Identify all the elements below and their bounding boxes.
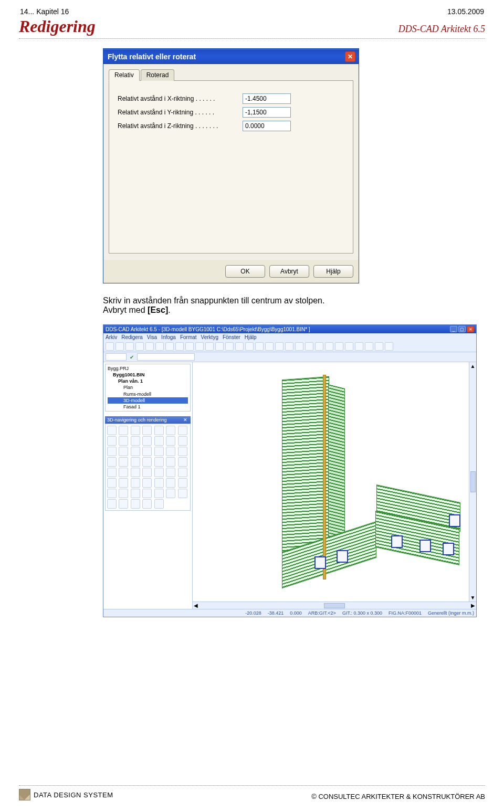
toolbar-icon[interactable]	[345, 342, 353, 351]
scroll-thumb[interactable]	[470, 471, 476, 492]
palette-icon[interactable]	[107, 457, 117, 467]
palette-icon[interactable]	[178, 489, 187, 498]
palette-icon[interactable]	[178, 426, 187, 435]
tree-root[interactable]: Bygg.PRJ	[108, 365, 188, 372]
toolbar-icon[interactable]	[215, 342, 224, 351]
toolbar-icon[interactable]	[235, 342, 244, 351]
toolbar-icon[interactable]	[225, 342, 234, 351]
toolbar-icon[interactable]	[165, 342, 174, 351]
minimize-icon[interactable]: _	[450, 326, 457, 332]
toolbar-icon[interactable]	[185, 342, 194, 351]
palette-icon[interactable]	[142, 478, 152, 488]
menu-redigera[interactable]: Redigera	[121, 334, 143, 340]
maximize-icon[interactable]: ▢	[458, 326, 466, 332]
toolbar-icon[interactable]	[265, 342, 274, 351]
tab-relativ[interactable]: Relativ	[109, 69, 140, 81]
palette-icon[interactable]	[131, 468, 140, 477]
palette-icon[interactable]	[107, 426, 117, 435]
palette-icon[interactable]	[154, 489, 164, 498]
help-button[interactable]: Hjälp	[313, 265, 353, 278]
toolbar-icon[interactable]	[205, 342, 214, 351]
menu-verktyg[interactable]: Verktyg	[201, 334, 218, 340]
tree-plan[interactable]: Plan	[108, 384, 188, 391]
palette-close-icon[interactable]: ✕	[183, 417, 188, 423]
palette-icon[interactable]	[142, 468, 152, 477]
toolbar-icon[interactable]	[245, 342, 254, 351]
tab-roterad[interactable]: Roterad	[141, 69, 175, 81]
toolbar-icon[interactable]	[275, 342, 284, 351]
palette-icon[interactable]	[119, 478, 128, 488]
toolbar-icon[interactable]	[385, 342, 393, 351]
palette-icon[interactable]	[107, 478, 117, 488]
toolbar-icon[interactable]	[315, 342, 323, 351]
palette-icon[interactable]	[119, 436, 128, 446]
palette-icon[interactable]	[142, 499, 152, 509]
scroll-thumb[interactable]	[324, 603, 345, 608]
cancel-button[interactable]: Avbryt	[269, 265, 309, 278]
toolbar-icon[interactable]	[195, 342, 204, 351]
close-window-icon[interactable]: ✕	[467, 326, 474, 332]
palette-icon[interactable]	[119, 489, 128, 498]
palette-icon[interactable]	[131, 457, 140, 467]
check-icon[interactable]: ✔	[130, 354, 134, 360]
palette-icon[interactable]	[131, 426, 140, 435]
menu-visa[interactable]: Visa	[147, 334, 157, 340]
palette-icon[interactable]	[166, 436, 175, 446]
toolbar-icon[interactable]	[325, 342, 333, 351]
toolbar-icon[interactable]	[145, 342, 154, 351]
palette-icon[interactable]	[166, 457, 175, 467]
palette-icon[interactable]	[119, 447, 128, 456]
tree-fasad[interactable]: Fasad 1	[108, 404, 188, 410]
menu-fonster[interactable]: Fönster	[223, 334, 240, 340]
palette-icon[interactable]	[154, 468, 164, 477]
palette-icon[interactable]	[142, 489, 152, 498]
palette-icon[interactable]	[119, 457, 128, 467]
palette-icon[interactable]	[166, 478, 175, 488]
palette-icon[interactable]	[119, 468, 128, 477]
palette-icon[interactable]	[107, 499, 117, 509]
scroll-right-icon[interactable]: ▶	[471, 603, 475, 608]
toolbar-icon[interactable]	[125, 342, 134, 351]
palette-icon[interactable]	[154, 457, 164, 467]
palette-icon[interactable]	[154, 499, 164, 509]
palette-icon[interactable]	[178, 478, 187, 488]
menu-format[interactable]: Format	[180, 334, 197, 340]
palette-icon[interactable]	[142, 447, 152, 456]
input-x-distance[interactable]	[243, 93, 291, 104]
viewport-scrollbar-v[interactable]: ▲ ▼	[469, 362, 476, 602]
palette-icon[interactable]	[178, 457, 187, 467]
close-icon[interactable]: ✕	[345, 51, 355, 62]
palette-icon[interactable]	[131, 436, 140, 446]
palette-icon[interactable]	[131, 489, 140, 498]
tree-rums[interactable]: Rums-modell	[108, 391, 188, 397]
palette-icon[interactable]	[178, 447, 187, 456]
toolbar-icon[interactable]	[285, 342, 293, 351]
viewport-scrollbar-h[interactable]: ◀ ▶	[193, 602, 476, 609]
toolbar-icon[interactable]	[295, 342, 303, 351]
palette-icon[interactable]	[107, 447, 117, 456]
palette-icon[interactable]	[178, 468, 187, 477]
palette-icon[interactable]	[107, 489, 117, 498]
palette-icon[interactable]	[154, 478, 164, 488]
toolbar-icon[interactable]	[255, 342, 264, 351]
toolbar-icon[interactable]	[335, 342, 343, 351]
palette-icon[interactable]	[131, 447, 140, 456]
toolbar-icon[interactable]	[355, 342, 363, 351]
menu-arkiv[interactable]: Arkiv	[106, 334, 117, 340]
scroll-down-icon[interactable]: ▼	[470, 595, 476, 600]
toolbar-icon[interactable]	[375, 342, 383, 351]
toolbar-icon[interactable]	[155, 342, 164, 351]
input-y-distance[interactable]	[243, 107, 291, 118]
palette-icon[interactable]	[142, 457, 152, 467]
menu-hjalp[interactable]: Hjälp	[245, 334, 257, 340]
palette-icon[interactable]	[166, 468, 175, 477]
palette-icon[interactable]	[131, 499, 140, 509]
scroll-up-icon[interactable]: ▲	[470, 363, 476, 369]
palette-icon[interactable]	[154, 447, 164, 456]
input-slot[interactable]	[137, 353, 195, 361]
input-slot[interactable]	[106, 353, 127, 361]
palette-icon[interactable]	[142, 426, 152, 435]
palette-icon[interactable]	[154, 436, 164, 446]
palette-icon[interactable]	[178, 436, 187, 446]
palette-icon[interactable]	[119, 499, 128, 509]
